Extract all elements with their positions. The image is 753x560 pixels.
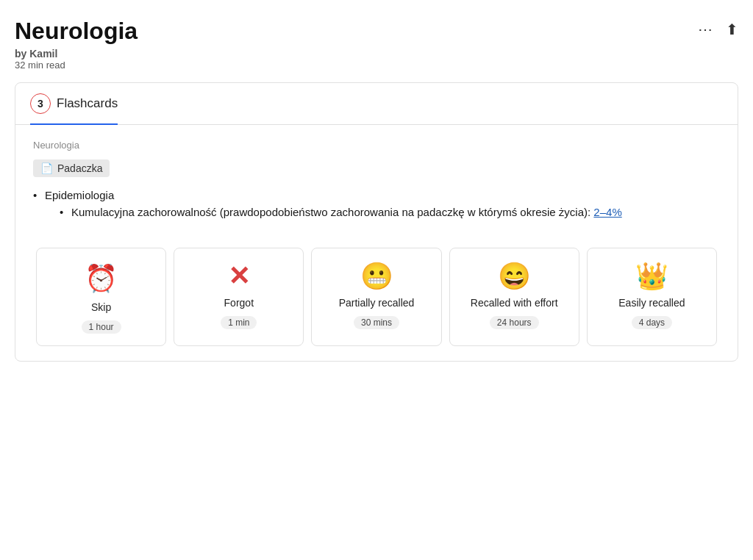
card-time-easy: 4 days [632, 316, 672, 329]
card-name-effort: Recalled with effort [471, 297, 558, 309]
card-time-partial: 30 mins [354, 316, 399, 329]
tab-flashcards[interactable]: 3 Flashcards [30, 83, 118, 124]
more-options-icon[interactable]: ⋯ [698, 21, 714, 38]
tab-badge: 3 [30, 93, 51, 114]
grin-emoji: 😄 [498, 263, 531, 290]
author-line: by Kamil [15, 48, 138, 60]
page-header: Neurologia by Kamil 32 min read ⋯ ⬆ [15, 18, 738, 71]
card-name-easy: Easily recalled [618, 297, 685, 309]
grimace-emoji: 😬 [360, 263, 393, 290]
sub-list-item: Kumulacyjna zachorowalność (prawdopodobi… [60, 206, 720, 218]
page-title: Neurologia [15, 18, 138, 45]
card-name-skip: Skip [91, 301, 111, 313]
read-time: 32 min read [15, 60, 138, 71]
document-tag[interactable]: 📄 Padaczka [33, 159, 110, 177]
list-item: Epidemiologia Kumulacyjna zachorowalność… [33, 189, 720, 218]
card-time-effort: 24 hours [490, 316, 539, 329]
sub-bullet-text: Kumulacyjna zachorowalność (prawdopodobi… [71, 206, 590, 218]
card-time-forgot: 1 min [221, 316, 257, 329]
share-icon[interactable]: ⬆ [726, 21, 738, 38]
answer-cards: ⏰ Skip 1 hour ✕ Forgot 1 min 😬 Partially… [33, 248, 720, 346]
sub-bullet-link[interactable]: 2–4% [593, 206, 621, 218]
answer-card-forgot[interactable]: ✕ Forgot 1 min [174, 248, 304, 346]
sub-bullet-list: Kumulacyjna zachorowalność (prawdopodobi… [45, 206, 720, 218]
card-name-forgot: Forgot [224, 297, 254, 309]
tabs-row: 3 Flashcards [15, 83, 738, 125]
author-name: Kamil [29, 48, 57, 60]
document-icon: 📄 [40, 162, 53, 174]
breadcrumb: Neurologia [33, 140, 720, 151]
tab-label: Flashcards [57, 96, 118, 111]
author-label: by [15, 48, 26, 60]
main-bullet-list: Epidemiologia Kumulacyjna zachorowalność… [33, 189, 720, 218]
document-tag-label: Padaczka [57, 162, 102, 174]
header-actions: ⋯ ⬆ [698, 18, 738, 38]
answer-card-easy[interactable]: 👑 Easily recalled 4 days [587, 248, 717, 346]
answer-card-skip[interactable]: ⏰ Skip 1 hour [36, 248, 166, 346]
card-time-skip: 1 hour [82, 320, 121, 334]
answer-card-effort[interactable]: 😄 Recalled with effort 24 hours [449, 248, 579, 346]
x-icon: ✕ [228, 263, 250, 290]
content-area: Neurologia 📄 Padaczka Epidemiologia Kumu… [15, 125, 738, 361]
answer-card-partial[interactable]: 😬 Partially recalled 30 mins [311, 248, 441, 346]
bullet-text: Epidemiologia [45, 189, 114, 201]
title-area: Neurologia by Kamil 32 min read [15, 18, 138, 71]
crown-emoji: 👑 [635, 263, 668, 290]
alarm-icon: ⏰ [85, 263, 118, 294]
card-name-partial: Partially recalled [339, 297, 415, 309]
main-card: 3 Flashcards Neurologia 📄 Padaczka Epide… [15, 82, 738, 362]
